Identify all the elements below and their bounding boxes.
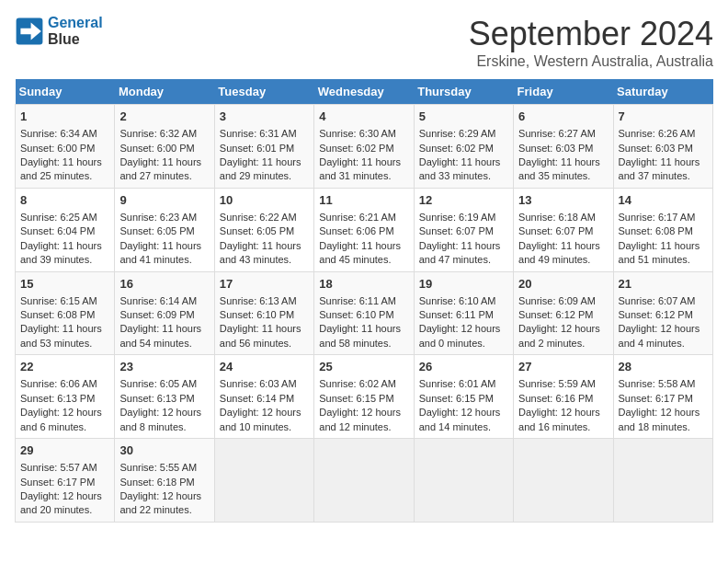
cell-text: Daylight: 12 hours [619, 406, 708, 419]
cell-text: Sunrise: 6:32 AM [119, 127, 209, 141]
cell-text: and 54 minutes. [119, 337, 209, 350]
cell-text: Sunset: 6:07 PM [518, 224, 608, 238]
cell-text: and 41 minutes. [119, 253, 209, 267]
cell-text: Sunrise: 6:11 AM [319, 294, 408, 308]
cell-text: Daylight: 12 hours [518, 406, 608, 419]
cell-text: Sunrise: 6:25 AM [20, 211, 109, 224]
logo-icon [15, 17, 44, 46]
cell-text: Daylight: 11 hours [220, 322, 309, 336]
cell-text: Daylight: 11 hours [619, 155, 708, 169]
cell-text: Sunset: 6:09 PM [119, 308, 209, 322]
cell-text: Sunset: 6:01 PM [220, 142, 309, 155]
cell-text: Sunrise: 6:10 AM [419, 294, 508, 308]
day-number: 28 [619, 359, 708, 375]
cell-text: Daylight: 11 hours [319, 239, 408, 253]
weekday-header-wednesday: Wednesday [314, 79, 414, 105]
cell-text: Sunset: 6:03 PM [518, 142, 608, 155]
cell-text: Sunset: 6:07 PM [419, 224, 508, 238]
cell-text: Sunset: 6:17 PM [619, 392, 708, 406]
day-number: 7 [619, 109, 708, 125]
day-number: 23 [119, 359, 209, 375]
day-number: 10 [220, 192, 309, 209]
cell-text: Sunrise: 6:27 AM [518, 127, 608, 141]
day-number: 21 [619, 276, 708, 293]
calendar-cell: 26Sunrise: 6:01 AMSunset: 6:15 PMDayligh… [414, 355, 513, 439]
month-year-title: September 2024 [469, 15, 713, 53]
day-number: 19 [419, 276, 508, 293]
cell-text: and 58 minutes. [319, 337, 408, 350]
day-number: 5 [419, 109, 508, 125]
day-number: 20 [518, 276, 608, 293]
location-subtitle: Erskine, Western Australia, Australia [469, 53, 713, 70]
day-number: 6 [518, 109, 608, 125]
calendar-cell: 1Sunrise: 6:34 AMSunset: 6:00 PMDaylight… [16, 105, 115, 189]
cell-text: Sunrise: 5:59 AM [518, 377, 608, 391]
cell-text: Sunrise: 6:05 AM [119, 377, 209, 391]
cell-text: Daylight: 11 hours [20, 239, 109, 253]
cell-text: Daylight: 12 hours [220, 406, 309, 419]
calendar-cell: 11Sunrise: 6:21 AMSunset: 6:06 PMDayligh… [314, 188, 414, 271]
logo: General Blue [15, 15, 103, 48]
cell-text: Sunset: 6:14 PM [220, 392, 309, 406]
calendar-cell: 23Sunrise: 6:05 AMSunset: 6:13 PMDayligh… [115, 355, 214, 439]
day-number: 9 [119, 192, 209, 209]
calendar-cell: 17Sunrise: 6:13 AMSunset: 6:10 PMDayligh… [214, 271, 313, 355]
day-number: 17 [220, 276, 309, 293]
weekday-header-thursday: Thursday [414, 79, 513, 105]
cell-text: Sunset: 6:15 PM [419, 392, 508, 406]
calendar-week-1: 1Sunrise: 6:34 AMSunset: 6:00 PMDaylight… [16, 105, 713, 189]
cell-text: and 27 minutes. [119, 169, 209, 183]
calendar-week-4: 22Sunrise: 6:06 AMSunset: 6:13 PMDayligh… [16, 355, 713, 439]
cell-text: and 16 minutes. [518, 420, 608, 434]
calendar-cell: 22Sunrise: 6:06 AMSunset: 6:13 PMDayligh… [16, 355, 115, 439]
calendar-cell [414, 439, 513, 523]
cell-text: Sunset: 6:10 PM [319, 308, 408, 322]
cell-text: Daylight: 12 hours [119, 406, 209, 419]
day-number: 18 [319, 276, 408, 293]
calendar-cell: 12Sunrise: 6:19 AMSunset: 6:07 PMDayligh… [414, 188, 513, 271]
calendar-cell: 9Sunrise: 6:23 AMSunset: 6:05 PMDaylight… [115, 188, 214, 271]
cell-text: and 43 minutes. [220, 253, 309, 267]
calendar-cell: 3Sunrise: 6:31 AMSunset: 6:01 PMDaylight… [214, 105, 313, 189]
cell-text: and 47 minutes. [419, 253, 508, 267]
cell-text: Daylight: 12 hours [20, 489, 109, 503]
cell-text: Sunset: 6:08 PM [20, 308, 109, 322]
cell-text: Daylight: 11 hours [20, 155, 109, 169]
day-number: 11 [319, 192, 408, 209]
cell-text: Sunrise: 6:26 AM [619, 127, 708, 141]
cell-text: and 31 minutes. [319, 169, 408, 183]
calendar-cell: 28Sunrise: 5:58 AMSunset: 6:17 PMDayligh… [613, 355, 712, 439]
cell-text: and 12 minutes. [319, 420, 408, 434]
day-number: 27 [518, 359, 608, 375]
calendar-table: SundayMondayTuesdayWednesdayThursdayFrid… [15, 79, 713, 523]
cell-text: Sunset: 6:04 PM [20, 224, 109, 238]
cell-text: Sunset: 6:12 PM [518, 308, 608, 322]
day-number: 15 [20, 276, 109, 293]
day-number: 3 [220, 109, 309, 125]
day-number: 26 [419, 359, 508, 375]
weekday-header-tuesday: Tuesday [214, 79, 313, 105]
calendar-cell [314, 439, 414, 523]
cell-text: and 51 minutes. [619, 253, 708, 267]
cell-text: Sunrise: 6:15 AM [20, 294, 109, 308]
cell-text: Daylight: 11 hours [119, 322, 209, 336]
cell-text: Sunset: 6:05 PM [220, 224, 309, 238]
cell-text: Sunset: 6:10 PM [220, 308, 309, 322]
cell-text: Sunrise: 6:30 AM [319, 127, 408, 141]
cell-text: Daylight: 11 hours [319, 322, 408, 336]
cell-text: Daylight: 12 hours [20, 406, 109, 419]
calendar-cell: 8Sunrise: 6:25 AMSunset: 6:04 PMDaylight… [16, 188, 115, 271]
day-number: 29 [20, 442, 109, 459]
cell-text: Sunrise: 5:55 AM [119, 461, 209, 475]
calendar-cell [514, 439, 613, 523]
cell-text: Sunrise: 6:09 AM [518, 294, 608, 308]
calendar-cell: 16Sunrise: 6:14 AMSunset: 6:09 PMDayligh… [115, 271, 214, 355]
cell-text: Sunset: 6:00 PM [20, 142, 109, 155]
calendar-cell: 24Sunrise: 6:03 AMSunset: 6:14 PMDayligh… [214, 355, 313, 439]
cell-text: Sunset: 6:11 PM [419, 308, 508, 322]
calendar-cell: 27Sunrise: 5:59 AMSunset: 6:16 PMDayligh… [514, 355, 613, 439]
cell-text: Daylight: 12 hours [619, 322, 708, 336]
cell-text: Daylight: 12 hours [419, 406, 508, 419]
cell-text: Sunset: 6:13 PM [20, 392, 109, 406]
cell-text: Sunset: 6:02 PM [319, 142, 408, 155]
